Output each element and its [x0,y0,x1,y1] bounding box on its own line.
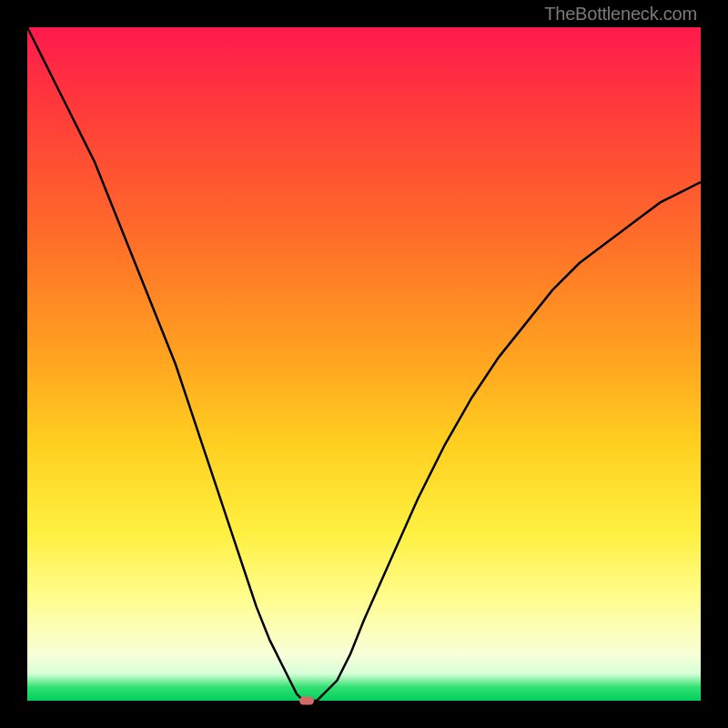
watermark-text: TheBottleneck.com [544,4,697,25]
chart-svg [27,27,701,701]
chart-container: TheBottleneck.com [0,0,728,728]
plot-area [27,27,701,701]
optimal-point-marker [299,697,314,705]
bottleneck-curve [27,27,701,701]
